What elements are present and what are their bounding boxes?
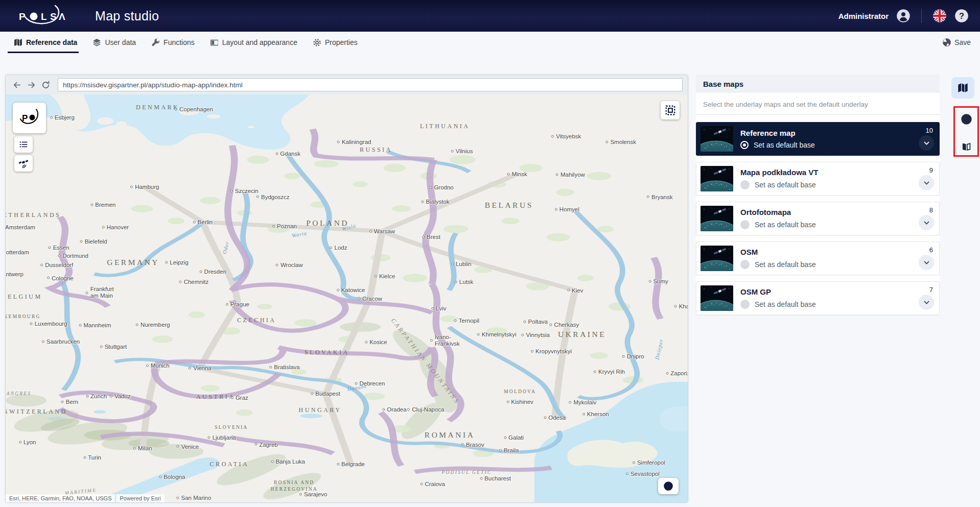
set-default-control[interactable]: Set as default base	[740, 141, 933, 149]
city-dot	[451, 150, 454, 153]
set-default-control[interactable]: Set as default base	[740, 180, 933, 189]
basemap-name: Mapa podkładowa VT	[740, 168, 933, 177]
city-dot	[189, 367, 191, 370]
panel-title: Base maps	[696, 75, 940, 93]
map-city-label: Dnipro	[622, 353, 644, 360]
tab-functions[interactable]: Functions	[144, 32, 202, 53]
city-dot	[365, 341, 367, 343]
map-city-label: Bratislava	[269, 364, 300, 370]
set-default-control[interactable]: Set as default base	[740, 220, 933, 229]
city-dot	[86, 395, 88, 398]
city-dot	[507, 173, 510, 175]
map-city-label: Chemnitz	[179, 278, 209, 285]
map-city-label: Bielefeld	[80, 238, 107, 245]
clock-icon	[961, 113, 972, 125]
legend-list-button[interactable]	[14, 136, 33, 153]
map-country-label: BELGIUM	[6, 293, 42, 301]
map-city-label: Stuttgart	[100, 343, 127, 350]
satellite-button[interactable]	[14, 155, 33, 172]
polsa-map-logo-button[interactable]: P	[13, 103, 46, 133]
globe-save-icon	[942, 38, 951, 47]
map-country-label: BOSNIA AND HERZEGOVINA	[271, 479, 318, 492]
map-attribution: Esri, HERE, Garmin, FAO, NOAA, USGS Powe…	[6, 494, 165, 502]
map-country-label: CROATIA	[210, 461, 249, 469]
map-city-label: Hamburg	[130, 184, 159, 190]
forward-button[interactable]	[25, 79, 38, 91]
map-country-label: CZECHIA	[237, 317, 276, 325]
tab-layout-and-appearance[interactable]: Layout and appearance	[202, 32, 305, 53]
powered-by-text[interactable]: Powered by Esri	[116, 494, 164, 502]
city-dot	[193, 221, 196, 224]
city-dot	[626, 473, 628, 475]
map-city-label: Dusseldorf	[40, 262, 73, 269]
map-city-label: Antwerp	[6, 271, 24, 278]
refresh-icon[interactable]	[39, 79, 52, 91]
expand-button[interactable]	[919, 135, 934, 151]
map-canvas[interactable]: DENMARKLITHUANIARUSSIABELARUSNETHERLANDS…	[6, 94, 688, 502]
radio-icon[interactable]	[740, 141, 749, 149]
language-flag-icon[interactable]	[932, 9, 947, 23]
radio-icon[interactable]	[740, 260, 750, 269]
city-dot	[647, 196, 649, 198]
map-city-label: Munich	[146, 363, 170, 369]
url-input[interactable]	[58, 78, 683, 91]
help-icon[interactable]: ?	[954, 9, 969, 23]
city-dot	[461, 443, 464, 446]
time-slider-button[interactable]	[658, 478, 679, 494]
expand-button[interactable]	[919, 295, 934, 310]
city-dot	[179, 280, 182, 283]
city-dot	[382, 408, 385, 411]
basemap-name: OSM GP	[740, 287, 933, 296]
map-city-label: Lviv	[431, 305, 446, 311]
city-dot	[420, 483, 423, 486]
toolbar-time-button[interactable]	[956, 109, 976, 129]
city-dot	[47, 277, 50, 279]
basemap-item-osm-gp[interactable]: OSM GP Set as default base 7	[696, 281, 940, 315]
save-button[interactable]: Save	[937, 32, 980, 53]
radio-icon[interactable]	[740, 300, 750, 309]
city-dot	[42, 341, 44, 343]
basemap-item-ortofotomapa[interactable]: Ortofotomapa Set as default base 8	[696, 202, 940, 235]
map-city-label: Zagreb	[254, 441, 277, 448]
expand-button[interactable]	[919, 215, 934, 230]
toolbar-basemaps-button[interactable]	[951, 77, 974, 99]
back-button[interactable]	[11, 79, 24, 91]
map-city-label: Grodno	[429, 184, 453, 191]
expand-button[interactable]	[919, 255, 934, 270]
user-avatar-icon[interactable]	[896, 9, 911, 23]
basemap-item-reference-map[interactable]: Reference map Set as default base 10	[696, 122, 940, 156]
header-divider	[921, 9, 922, 23]
map-city-label: Lublin	[451, 260, 472, 267]
tab-user-data[interactable]: User data	[85, 32, 144, 53]
map-city-label: Cologne	[47, 275, 74, 281]
map-country-label: HUNGARY	[299, 406, 342, 415]
set-default-control[interactable]: Set as default base	[740, 260, 933, 269]
set-default-control[interactable]: Set as default base	[740, 300, 933, 309]
city-dot	[337, 140, 340, 143]
map-city-label: Homyel	[555, 206, 579, 213]
city-dot	[276, 263, 278, 266]
radio-icon[interactable]	[740, 220, 750, 229]
city-dot	[605, 140, 608, 143]
city-dot	[254, 443, 257, 446]
city-dot	[165, 261, 168, 264]
tab-properties[interactable]: Properties	[305, 32, 365, 53]
panel-divider	[696, 114, 940, 115]
map-city-label: Mahilyow	[556, 171, 585, 178]
tab-reference-data[interactable]: Reference data	[6, 32, 85, 53]
map-city-label: Bern	[61, 399, 78, 405]
map-city-label: Dortmund	[58, 253, 88, 259]
svg-text:P: P	[22, 113, 28, 123]
city-dot	[455, 280, 457, 283]
expand-button[interactable]	[919, 175, 934, 190]
extent-selector-button[interactable]	[661, 101, 680, 119]
tab-label: Reference data	[26, 38, 77, 46]
page-title: Map studio	[95, 9, 159, 23]
map-city-label: Poltava	[524, 319, 548, 325]
basemap-item-mapa-podk-adowa-vt[interactable]: Mapa podkładowa VT Set as default base 9	[696, 162, 940, 196]
toolbar-journal-button[interactable]	[956, 137, 976, 156]
city-dot	[146, 365, 149, 367]
radio-icon[interactable]	[740, 180, 750, 189]
basemap-thumbnail	[701, 206, 733, 231]
basemap-item-osm[interactable]: OSM Set as default base 6	[696, 242, 940, 275]
